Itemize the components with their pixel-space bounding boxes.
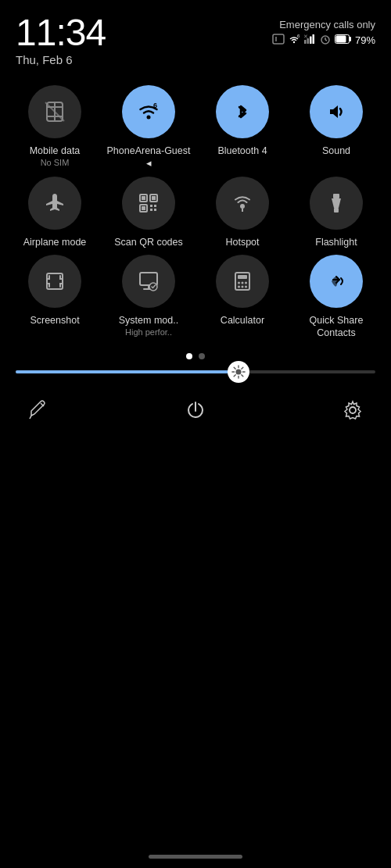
battery-percentage: 79%: [355, 34, 375, 46]
svg-rect-34: [333, 194, 339, 198]
brightness-fill: [16, 370, 239, 373]
tile-quickshare[interactable]: Quick Share Contacts: [294, 255, 378, 340]
airplane-tile-icon: [42, 191, 67, 216]
tile-sound-label: Sound: [322, 145, 350, 157]
tile-calculator-label: Calculator: [221, 314, 264, 327]
svg-point-43: [238, 281, 240, 284]
tile-hotspot-label: Hotspot: [225, 236, 259, 248]
svg-rect-28: [150, 205, 152, 207]
tile-hotspot[interactable]: Hotspot: [200, 177, 285, 248]
emergency-text: Emergency calls only: [279, 19, 375, 30]
wifi-status-icon: 6: [288, 34, 300, 47]
pencil-icon: [28, 400, 48, 420]
svg-rect-25: [152, 196, 156, 200]
tile-scanqr-icon-wrap: [122, 177, 175, 230]
status-bar: 11:34 Thu, Feb 6 Emergency calls only 6: [0, 0, 391, 70]
power-button[interactable]: [179, 394, 212, 429]
bottom-controls: [0, 388, 391, 435]
tile-airplane-icon-wrap: [28, 177, 81, 230]
svg-point-48: [245, 285, 247, 288]
svg-rect-6: [310, 37, 312, 45]
status-right: Emergency calls only 6: [272, 14, 375, 47]
settings-button[interactable]: [336, 394, 369, 429]
svg-line-57: [242, 375, 243, 377]
brightness-thumb[interactable]: [228, 361, 249, 383]
bluetooth-tile-icon: [230, 99, 255, 124]
svg-rect-0: [273, 34, 284, 44]
tiles-row-2: Airplane mode Scan QR codes: [13, 177, 378, 248]
tile-bluetooth-icon-wrap: [216, 85, 269, 138]
tile-scanqr-label: Scan QR codes: [114, 236, 183, 248]
tile-bluetooth-label: Bluetooth 4: [217, 145, 267, 157]
page-indicators: [0, 353, 391, 359]
tile-sysmod[interactable]: System mod.. High perfor..: [106, 255, 191, 340]
tile-sysmod-icon-wrap: [122, 255, 175, 308]
tile-calculator-icon-wrap: [216, 255, 269, 308]
svg-rect-27: [142, 206, 145, 210]
svg-text:6: 6: [297, 34, 300, 38]
svg-rect-30: [150, 209, 152, 211]
mobile-data-icon: [42, 99, 67, 124]
tile-wifi[interactable]: 6 PhoneArena-Guest ◂: [106, 85, 191, 170]
svg-point-44: [242, 281, 244, 284]
tile-wifi-icon-wrap: 6: [122, 85, 175, 138]
svg-line-61: [30, 416, 31, 419]
tile-mobile-data[interactable]: Mobile data No SIM: [13, 85, 97, 170]
svg-rect-23: [142, 196, 145, 200]
tile-mobile-data-label: Mobile data: [30, 145, 81, 157]
tile-sound-icon-wrap: [310, 85, 363, 138]
flashlight-tile-icon: [324, 191, 349, 216]
svg-rect-42: [238, 275, 247, 279]
wifi-tile-icon: 6: [136, 99, 161, 124]
svg-point-51: [236, 370, 242, 375]
hotspot-tile-icon: [230, 191, 255, 216]
tile-screenshot-icon-wrap: [28, 255, 81, 308]
tiles-row-1: Mobile data No SIM 6 PhoneArena-Guest ◂ …: [13, 85, 378, 170]
sound-tile-icon: [324, 99, 349, 124]
tile-flashlight-label: Flashlight: [315, 236, 357, 248]
svg-rect-35: [334, 208, 339, 213]
tile-sysmod-sublabel: High perfor..: [125, 327, 172, 337]
tiles-row-3: Screenshot System mod.. High perfor..: [13, 255, 378, 340]
svg-rect-14: [335, 36, 346, 43]
tile-sound[interactable]: Sound: [294, 85, 378, 170]
status-icons: 6 ✕: [272, 34, 375, 47]
svg-point-47: [242, 285, 244, 288]
svg-line-58: [242, 367, 243, 369]
edit-button[interactable]: [22, 394, 55, 429]
gear-icon: [343, 400, 363, 420]
svg-rect-4: [304, 40, 307, 44]
svg-text:6: 6: [153, 102, 157, 109]
brightness-control[interactable]: [0, 370, 391, 373]
svg-text:✕: ✕: [303, 34, 308, 39]
svg-line-56: [234, 367, 235, 369]
tile-scanqr[interactable]: Scan QR codes: [106, 177, 191, 248]
battery-icon: [335, 34, 352, 46]
tile-screenshot-label: Screenshot: [30, 314, 79, 327]
tile-screenshot[interactable]: Screenshot: [13, 255, 97, 340]
svg-rect-7: [312, 34, 314, 44]
svg-point-45: [245, 281, 247, 284]
svg-line-11: [325, 40, 327, 41]
tile-flashlight[interactable]: Flashlight: [294, 177, 378, 248]
sysmod-tile-icon: [136, 269, 161, 294]
svg-point-20: [147, 116, 151, 120]
home-bar[interactable]: [149, 855, 242, 859]
svg-point-2: [293, 41, 295, 43]
page-dot-1: [186, 353, 192, 359]
date-display: Thu, Feb 6: [16, 53, 106, 66]
signal-icon: ✕: [303, 34, 316, 47]
tile-calculator[interactable]: Calculator: [200, 255, 285, 340]
brightness-icon: [231, 365, 246, 379]
qr-tile-icon: [136, 191, 161, 216]
tile-airplane-label: Airplane mode: [23, 236, 87, 248]
calculator-tile-icon: [230, 269, 255, 294]
brightness-track[interactable]: [16, 370, 375, 373]
quickshare-tile-icon: [324, 269, 349, 294]
tile-bluetooth[interactable]: Bluetooth 4: [200, 85, 285, 170]
svg-rect-31: [154, 209, 156, 211]
svg-point-63: [350, 407, 356, 413]
tile-airplane[interactable]: Airplane mode: [13, 177, 97, 248]
svg-rect-13: [349, 37, 351, 41]
tile-quickshare-label: Quick Share Contacts: [294, 314, 378, 340]
